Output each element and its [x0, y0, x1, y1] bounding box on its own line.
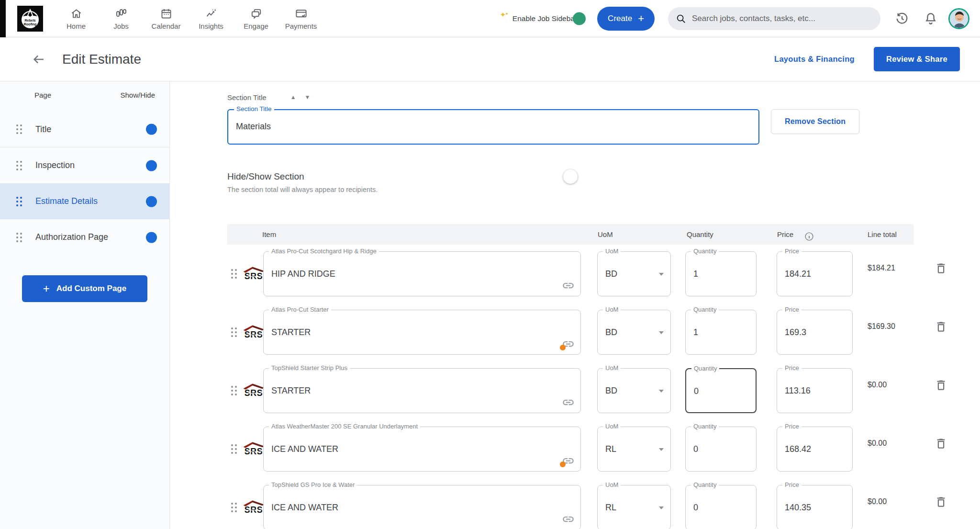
hide-show-section-subtext: The section total will always appear to …: [227, 186, 568, 193]
hide-show-section-label: Hide/Show Section: [227, 171, 304, 182]
quantity-input[interactable]: Quantity 1: [685, 310, 757, 355]
add-custom-page-button[interactable]: + Add Custom Page: [22, 275, 147, 302]
line-total: $0.00: [868, 381, 887, 389]
col-header-quantity: Quantity: [687, 224, 713, 245]
nav-jobs[interactable]: Jobs: [99, 7, 144, 30]
review-share-button[interactable]: Review & Share: [874, 47, 960, 71]
item-float-label: TopShield Starter Strip Plus: [269, 364, 350, 371]
uom-select[interactable]: UoM BD: [597, 310, 671, 355]
item-value: STARTER: [271, 386, 311, 396]
section-title-input[interactable]: Section Title Materials: [227, 109, 759, 145]
drag-handle-icon[interactable]: [16, 161, 22, 170]
price-info-icon[interactable]: [804, 229, 814, 239]
link-icon[interactable]: [562, 396, 575, 409]
uom-select[interactable]: UoM RL: [597, 427, 671, 472]
engage-icon: [250, 7, 263, 20]
quantity-input[interactable]: Quantity 0: [685, 368, 757, 413]
delete-row-icon[interactable]: [935, 495, 947, 508]
move-section-up-icon[interactable]: ▲: [290, 94, 296, 100]
nav-home[interactable]: Home: [54, 7, 99, 30]
drag-handle-icon[interactable]: [16, 233, 22, 242]
show-hide-column-header: Show/Hide: [120, 91, 155, 99]
item-float-label: TopShield GS Pro Ice & Water: [269, 481, 357, 488]
sidebar-item-inspection[interactable]: Inspection: [0, 147, 169, 183]
line-total: $0.00: [868, 439, 887, 448]
link-icon[interactable]: [562, 279, 575, 292]
plus-icon: +: [638, 12, 644, 25]
item-name-field[interactable]: TopShield Starter Strip Plus STARTER: [263, 368, 581, 413]
drag-handle-icon[interactable]: [231, 269, 237, 279]
drag-handle-icon[interactable]: [231, 444, 237, 454]
jobs-icon: [115, 7, 128, 20]
link-status-badge: [560, 345, 566, 350]
line-total: $184.21: [868, 264, 895, 272]
uom-value: BD: [605, 386, 617, 396]
chevron-down-icon: [659, 448, 664, 451]
price-input[interactable]: Price 184.21: [777, 251, 853, 296]
price-input[interactable]: Price 140.35: [777, 485, 853, 529]
create-button[interactable]: Create +: [597, 7, 655, 31]
history-icon[interactable]: [895, 11, 909, 26]
remove-section-button[interactable]: Remove Section: [771, 109, 859, 134]
item-name-field[interactable]: Atlas Pro-Cut Scotchgard Hip & Ridge HIP…: [263, 251, 581, 296]
item-name-field[interactable]: Atlas Pro-Cut Starter STARTER: [263, 310, 581, 355]
chevron-down-icon: [659, 273, 664, 276]
uom-select[interactable]: UoM RL: [597, 485, 671, 529]
quantity-input[interactable]: Quantity 1: [685, 251, 757, 296]
drag-handle-icon[interactable]: [231, 327, 237, 337]
company-logo[interactable]: Rebels Roofing: [17, 6, 43, 32]
link-icon[interactable]: [562, 338, 575, 350]
payments-icon: [295, 7, 308, 20]
topbar-right: ✦✦ Enable Job Sidebar Create + Search jo…: [500, 7, 969, 31]
uom-select[interactable]: UoM BD: [597, 368, 671, 413]
item-float-label: Atlas Pro-Cut Scotchgard Hip & Ridge: [269, 248, 379, 255]
delete-row-icon[interactable]: [935, 379, 947, 392]
uom-value: RL: [605, 444, 616, 454]
quantity-input[interactable]: Quantity 0: [685, 427, 757, 472]
item-name-field[interactable]: TopShield GS Pro Ice & Water ICE AND WAT…: [263, 485, 581, 529]
pages-sidebar: Page Show/Hide Title Inspection Estimate…: [0, 81, 170, 529]
delete-row-icon[interactable]: [935, 437, 947, 450]
nav-calendar[interactable]: Calendar: [144, 7, 189, 30]
uom-select[interactable]: UoM BD: [597, 251, 671, 296]
sidebar-page-list: Title Inspection Estimate Details Author…: [0, 112, 169, 255]
search-placeholder: Search jobs, contacts, tasks, etc...: [692, 14, 815, 23]
line-items-table: Item UoM Quantity Price Line total SRS: [227, 224, 913, 529]
link-icon[interactable]: [562, 454, 575, 467]
layouts-financing-link[interactable]: Layouts & Financing: [774, 55, 855, 64]
global-search-input[interactable]: Search jobs, contacts, tasks, etc...: [668, 7, 880, 30]
search-icon: [676, 13, 686, 24]
move-section-down-icon[interactable]: ▼: [305, 94, 311, 100]
drag-handle-icon[interactable]: [231, 503, 237, 512]
item-name-field[interactable]: Atlas WeatherMaster 200 SE Granular Unde…: [263, 427, 581, 472]
table-header-row: Item UoM Quantity Price Line total: [227, 224, 913, 245]
back-arrow-icon[interactable]: [32, 52, 46, 67]
drag-handle-icon[interactable]: [16, 124, 22, 134]
enable-job-sidebar-label: Enable Job Sidebar: [512, 14, 577, 23]
price-value: 184.21: [785, 269, 811, 279]
price-input[interactable]: Price 169.3: [777, 310, 853, 355]
notifications-bell-icon[interactable]: [924, 11, 938, 26]
user-avatar[interactable]: [948, 8, 969, 29]
estimate-line-item-row: SRS TopShield Starter Strip Plus STARTER…: [227, 361, 913, 420]
nav-payments[interactable]: Payments: [278, 7, 323, 30]
sidebar-item-label: Authorization Page: [35, 232, 108, 242]
uom-value: BD: [605, 327, 617, 338]
section-caption: Section Title: [227, 93, 267, 101]
sidebar-item-estimate-details[interactable]: Estimate Details: [0, 183, 169, 219]
sidebar-item-title[interactable]: Title: [0, 112, 169, 147]
nav-engage[interactable]: Engage: [234, 7, 278, 30]
delete-row-icon[interactable]: [935, 320, 947, 333]
drag-handle-icon[interactable]: [231, 386, 237, 395]
sidebar-item-authorization-page[interactable]: Authorization Page: [0, 219, 169, 255]
topbar: Rebels Roofing Home Jobs: [0, 0, 980, 37]
delete-row-icon[interactable]: [935, 262, 947, 275]
nav-insights[interactable]: Insights: [189, 7, 234, 30]
link-icon[interactable]: [562, 513, 575, 526]
price-input[interactable]: Price 168.42: [777, 427, 853, 472]
quantity-input[interactable]: Quantity 0: [685, 485, 757, 529]
sidebar-item-label: Title: [35, 124, 51, 135]
drag-handle-icon[interactable]: [16, 197, 22, 206]
price-input[interactable]: Price 113.16: [777, 368, 853, 413]
table-rows: SRS Atlas Pro-Cut Scotchgard Hip & Ridge…: [227, 245, 913, 529]
